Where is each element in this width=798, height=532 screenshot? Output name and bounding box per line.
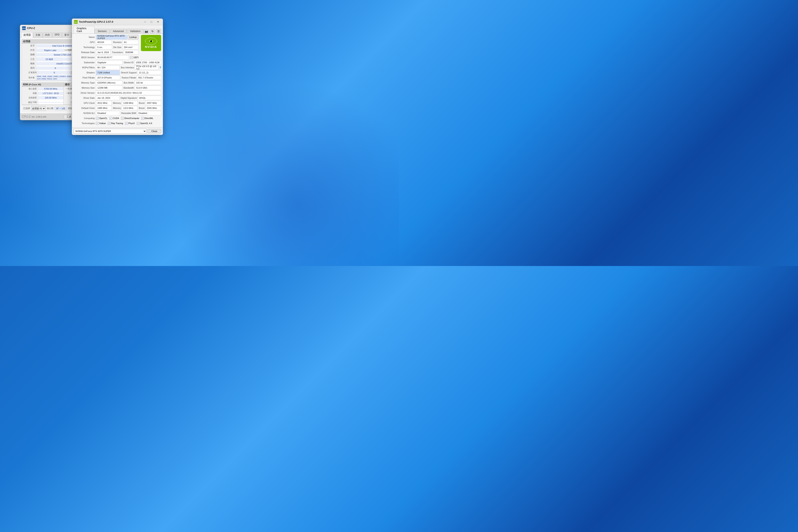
tab-processor[interactable]: 处理器 <box>21 32 33 38</box>
fsb-value <box>38 102 63 103</box>
core-speed-label: 核心速度 <box>22 87 38 91</box>
bus-interface-value: PCIe x16 4.0 @ x16 4.0 <box>135 65 158 70</box>
lookup-button[interactable]: Lookup <box>128 35 138 39</box>
core-speed-value: 5700.00 MHz <box>38 87 63 91</box>
cuda-checkbox[interactable] <box>110 117 112 120</box>
revision-label: Revision <box>112 41 122 43</box>
tab-motherboard[interactable]: 主板 <box>33 32 42 38</box>
gpu-label: GPU <box>74 41 96 43</box>
gpu-name-value: NVIDIA GeForce RTX 4070 SUPER <box>96 35 127 39</box>
gpuz-tab-graphics-card[interactable]: Graphics Card <box>74 26 94 34</box>
uefi-checkbox[interactable] <box>130 56 133 59</box>
memory-size-label: Memory Size <box>74 87 96 89</box>
bus-width-label: Bus Width <box>122 81 135 84</box>
opencl-checkbox[interactable] <box>96 117 98 120</box>
tab-graphics[interactable]: 显卡 <box>62 32 71 38</box>
fillrate-row: Pixel Fillrate 207.8 GPixel/s Texture Fi… <box>74 75 161 80</box>
memory-clock-value: 1338 MHz <box>122 101 138 105</box>
opengl-item: OpenGL 4.6 <box>137 122 152 125</box>
cpuz-icon: CPU <box>22 26 26 30</box>
nvidia-eye-icon <box>145 38 157 45</box>
vulkan-checkbox[interactable] <box>96 122 98 125</box>
physx-item: PhysX <box>125 122 135 125</box>
shaders-directx-row: Shaders 7168 Unified DirectX Support 12 … <box>74 70 161 75</box>
bandwidth-value: 513.8 GB/s <box>135 86 161 90</box>
family-value: 6 <box>36 66 75 70</box>
gpuz-maximize-button[interactable]: □ <box>149 20 154 24</box>
gpuz-tab-sensors[interactable]: Sensors <box>95 29 110 34</box>
tab-memory[interactable]: 内存 <box>43 32 52 38</box>
directml-label: DirectML <box>145 117 153 119</box>
gpuz-content: Name NVIDIA GeForce RTX 4070 SUPER Looku… <box>72 34 163 127</box>
sli-value: Disabled <box>96 111 120 115</box>
opengl-label: OpenGL 4.6 <box>140 122 152 125</box>
opengl-checkbox[interactable] <box>137 122 139 125</box>
gpu-clock-label: GPU Clock <box>74 102 96 104</box>
instructions-label: 指令集 <box>22 75 36 81</box>
directml-checkbox[interactable] <box>141 117 144 120</box>
driver-date-value: Jan 18, 2024 <box>96 96 119 100</box>
release-value: Jan 8, 2024 <box>96 50 111 55</box>
refresh-icon-btn[interactable]: ↻ <box>150 29 155 34</box>
computing-label: Computing <box>74 117 96 119</box>
gpu-revision-row: GPU AD104 Revision A1 <box>74 40 138 44</box>
directx-label: DirectX Support <box>120 71 137 74</box>
nvidia-logo: NVIDIA <box>141 35 161 51</box>
subvendor-row: Subvendor Gigabyte Device ID 10DE 2783 -… <box>74 60 161 65</box>
default-memory-label: Memory <box>112 107 122 109</box>
processor-select[interactable]: 处理器 #1 <box>31 106 45 111</box>
gpuz-close-button[interactable]: Close <box>148 129 161 133</box>
tech-value: 5 nm <box>96 45 112 50</box>
menu-icon-btn[interactable]: ☰ <box>156 29 161 34</box>
gpuz-tab-validation[interactable]: Validation <box>127 29 144 34</box>
gpuz-main-fields: Name NVIDIA GeForce RTX 4070 SUPER Looku… <box>74 35 138 60</box>
memory-type-value: GDDR6X (Micron) <box>96 80 122 85</box>
tech-die-row: Technology 5 nm Die Size 294 mm² <box>74 45 138 50</box>
sli-rebar-row: NVIDIA SLI Disabled Resizable BAR Disabl… <box>74 111 161 115</box>
tab-spd[interactable]: SPD <box>52 32 62 38</box>
multiplier-label: 倍频 <box>22 91 38 95</box>
gpuz-title-controls: ─ □ ✕ <box>142 20 161 24</box>
codename-value: Raptor Lake <box>36 49 64 52</box>
bandwidth-label: Bandwidth <box>122 87 135 89</box>
physx-checkbox[interactable] <box>125 122 128 125</box>
cpuz-footer-logo: CPU-Z <box>22 115 31 119</box>
release-trans-row: Release Date Jan 8, 2024 Transistors 358… <box>74 50 138 55</box>
fsb-row: 锁定 FSB <box>22 100 63 104</box>
gpuz-bottom-bar: NVIDIA GeForce RTX 4070 SUPER Close <box>72 127 163 135</box>
default-clock-label: Default Clock <box>74 107 96 109</box>
subvendor-label: Subvendor <box>74 61 96 64</box>
ext-family-value: 6 <box>38 71 71 74</box>
driver-version-value: 31.0.15.5123 (NVIDIA 551.23) DCH / Win11… <box>96 91 161 95</box>
raytracing-label: Ray Tracing <box>111 122 123 125</box>
raytracing-item: Ray Tracing <box>108 122 123 125</box>
digital-sig-label: Digital Signature <box>119 97 138 99</box>
raytracing-checkbox[interactable] <box>108 122 111 125</box>
camera-icon-btn[interactable]: 📷 <box>144 29 149 34</box>
device-id-value: 10DE 2783 - 1458 4138 <box>134 60 161 65</box>
directx-value: 12 (12_2) <box>137 70 161 75</box>
cpuz-title: CPU-Z <box>27 26 35 30</box>
directcompute-label: DirectCompute <box>124 117 139 119</box>
gpuz-close-button[interactable]: ✕ <box>155 20 161 24</box>
gpuz-tab-bar: Graphics Card Sensors Advanced Validatio… <box>72 25 163 34</box>
technologies-label: Technologies <box>74 122 96 125</box>
computing-checkboxes: OpenCL CUDA DirectCompute DirectML <box>96 117 153 120</box>
cpuz-version: Ver. 2.08.0.x64 <box>32 116 46 118</box>
gpuz-title: TechPowerUp GPU-Z 2.57.0 <box>79 20 113 23</box>
revision-value: A1 <box>122 40 138 44</box>
die-size-label: Die Size <box>112 46 122 49</box>
gpu-select-dropdown[interactable]: NVIDIA GeForce RTX 4070 SUPER <box>74 129 146 134</box>
directcompute-checkbox[interactable] <box>121 117 124 120</box>
multiplier-value: x 57.0 (8.0 - 60.0) <box>38 92 63 95</box>
bus-speed-row: 总线速度 100.00 MHz <box>22 96 63 100</box>
svg-text:GPU: GPU <box>74 21 77 23</box>
cores-label: 核心数 <box>47 107 54 110</box>
gpuz-tab-advanced[interactable]: Advanced <box>110 29 127 34</box>
bus-speed-value: 100.00 MHz <box>38 96 63 99</box>
spec-label: 规格 <box>22 61 36 66</box>
gpuz-minimize-button[interactable]: ─ <box>142 20 148 24</box>
opencl-label: OpenCL <box>99 117 108 119</box>
codename-label: 代号 <box>22 48 36 52</box>
release-label: Release Date <box>74 51 96 54</box>
